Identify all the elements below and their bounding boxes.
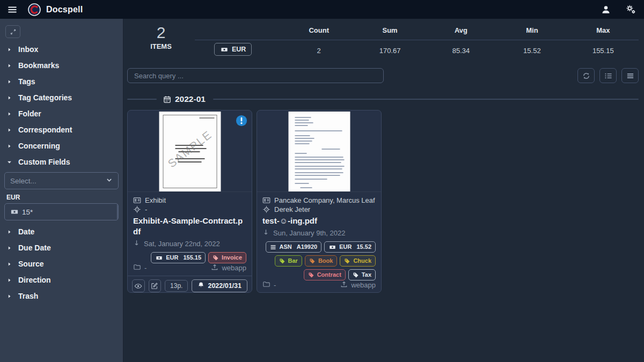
source-name: webapp [351,281,376,289]
tag-badge: Book [305,255,338,267]
currency-badge: EUR [214,43,252,56]
sidebar-item-tag-categories[interactable]: Tag Categories [0,90,123,106]
sidebar-item-tags[interactable]: Tags [0,73,123,90]
caret-right-icon [6,46,13,53]
stats-header: Sum [354,23,425,40]
sidebar-item-label: Folder [18,109,41,118]
page-count-badge: 13p. [165,280,188,292]
sidebar-item-label: Due Date [18,243,51,252]
caret-right-icon [6,94,13,101]
money-bill-icon [155,255,163,261]
item-title: test-☺-ing.pdf [262,216,376,226]
custom-field-name: EUR [6,194,123,201]
tag-badge: Contract [304,269,346,280]
concerning-name: Derek Jeter [274,205,310,214]
address-card-icon [133,196,141,204]
sidebar-item-label: Trash [18,292,38,300]
document-thumbnail [288,112,350,191]
item-date: Sun, January 9th, 2022 [273,229,345,237]
due-date-badge: 2022/01/31 [192,279,247,292]
sidebar-item-correspondent[interactable]: Correspondent [0,122,123,138]
sidebar-item-label: Date [18,227,34,236]
app-title: Docspell [46,5,83,14]
sidebar-item-due-date[interactable]: Due Date [0,240,123,256]
user-icon[interactable] [601,4,612,15]
sidebar-item-direction[interactable]: Direction [0,272,123,288]
folder-name: - [274,281,276,289]
tag-icon [279,258,286,264]
document-thumbnail: SAMPLE [159,112,221,191]
preview-eye-button[interactable] [132,279,145,292]
sidebar-item-inbox[interactable]: Inbox [0,41,123,57]
main-content: 2 ITEMS Count Sum Avg Min Max EUR 2 170.… [123,19,644,362]
sidebar-item-trash[interactable]: Trash [0,288,123,304]
calendar-icon [163,95,171,104]
sidebar-item-source[interactable]: Source [0,256,123,272]
clear-field-button[interactable] [117,204,119,220]
caret-right-icon [6,78,13,85]
amount-badge: EUR15.52 [324,241,376,253]
menu-icon[interactable] [8,4,18,15]
caret-right-icon [6,261,13,267]
bell-icon [197,282,204,290]
tag-icon [309,258,316,264]
topbar: Docspell [0,0,644,19]
folder-icon [133,263,141,272]
custom-field-select[interactable]: Select... [4,172,119,189]
item-card[interactable]: Pancake Company, Marcus Leaf Derek Jeter… [257,110,382,293]
correspondent-name: Exhibit [145,196,166,205]
folder-icon [262,280,270,290]
item-card[interactable]: SAMPLE Exhibit - [127,110,252,293]
caret-down-icon [6,159,13,165]
sidebar-expand-button[interactable] [5,25,20,38]
attention-exclamation-icon [236,115,247,127]
docspell-logo-icon [28,3,41,16]
list-view-button[interactable] [599,68,617,83]
item-date-row: Sun, January 9th, 2022 [262,228,376,238]
edit-button[interactable] [149,279,162,292]
sidebar-item-bookmarks[interactable]: Bookmarks [0,57,123,73]
compact-view-button[interactable] [621,68,639,83]
caret-right-icon [6,293,13,299]
custom-field-eur [4,203,119,220]
search-input[interactable] [127,68,384,83]
document-preview [257,110,381,192]
item-count: 2 [127,24,195,41]
stats-header: Min [496,23,567,40]
crosshairs-icon [262,205,270,213]
refresh-button[interactable] [577,68,595,83]
upload-icon [211,263,218,272]
tag-icon [308,272,314,278]
sidebar-item-label: Inbox [18,45,38,54]
month-divider: 2022-01 [127,93,639,105]
money-bill-icon [5,204,22,220]
sidebar-item-label: Custom Fields [18,158,70,166]
document-preview: SAMPLE [128,110,252,192]
custom-field-value-input[interactable] [22,204,117,220]
sidebar-item-custom-fields[interactable]: Custom Fields [0,154,123,170]
item-date-row: Sat, January 22nd, 2022 [133,239,246,248]
concerning-name: - [145,205,147,214]
correspondent-name: Pancake Company, Marcus Leaf [274,196,375,205]
stats-bar: 2 ITEMS Count Sum Avg Min Max EUR 2 170.… [127,23,639,61]
sidebar-item-label: Correspondent [18,125,72,134]
tag-badge: Chuck [340,255,376,267]
upload-icon [340,280,348,290]
settings-cogs-icon[interactable] [626,4,636,15]
select-placeholder: Select... [10,177,36,185]
sidebar-item-concerning[interactable]: Concerning [0,138,123,154]
sidebar-item-date[interactable]: Date [0,224,123,240]
concerning-row: - [133,205,246,214]
stats-value-min: 15.52 [496,40,567,61]
amount-badge: EUR155.15 [151,252,206,263]
tag-badge: Bar [275,255,302,267]
caret-right-icon [6,143,13,149]
chevron-down-icon [106,176,113,185]
sidebar-item-folder[interactable]: Folder [0,106,123,122]
stats-table: Count Sum Avg Min Max EUR 2 170.67 85.34… [195,23,639,61]
tag-badge: Tax [348,269,376,280]
correspondent-row: Exhibit [133,196,246,205]
stats-value-sum: 170.67 [354,40,425,61]
stats-value-max: 155.15 [568,40,639,61]
sidebar-item-label: Tags [18,77,35,86]
